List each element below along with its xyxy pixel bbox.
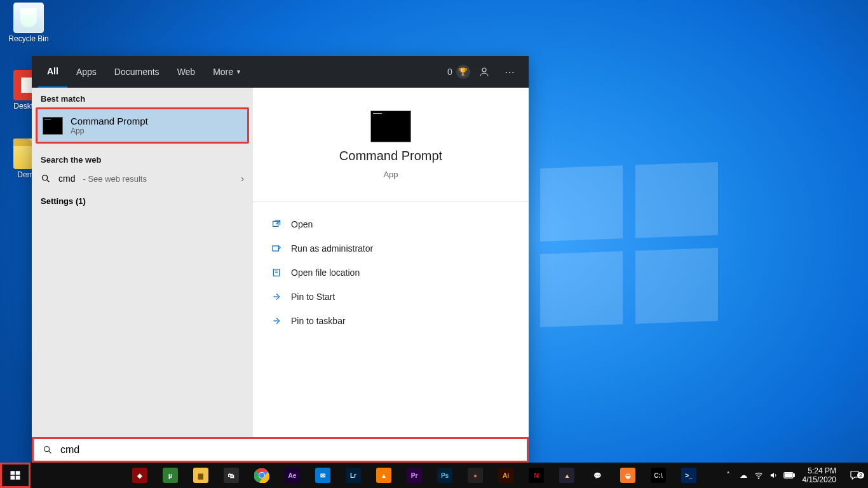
taskbar-chrome[interactable] xyxy=(247,463,277,488)
cmd-icon xyxy=(370,111,411,142)
tray-volume-icon[interactable] xyxy=(767,471,781,480)
best-match-header: Best match xyxy=(32,88,253,106)
svg-rect-20 xyxy=(793,474,794,477)
pin-icon xyxy=(271,315,282,327)
cmd-icon xyxy=(43,117,63,135)
notif-count: 2 xyxy=(857,472,864,478)
clock-time: 5:24 PM xyxy=(803,466,836,475)
chevron-right-icon: › xyxy=(241,173,244,184)
tab-web[interactable]: Web xyxy=(168,56,205,88)
taskbar-premiere[interactable]: Pr xyxy=(399,463,430,488)
svg-point-0 xyxy=(482,68,486,72)
search-icon xyxy=(43,445,53,455)
action-open[interactable]: Open xyxy=(268,214,513,235)
taskbar-netflix[interactable]: N xyxy=(521,463,552,488)
taskbar-cmd[interactable]: C:\ xyxy=(643,463,674,488)
more-options-icon[interactable]: ⋯ xyxy=(497,59,522,85)
search-panel-header: All Apps Documents Web More▼ 0🏆 ⋯ xyxy=(32,56,529,88)
tray-wifi-icon[interactable] xyxy=(752,471,766,480)
taskbar-powershell[interactable]: >_ xyxy=(674,463,704,488)
taskbar-app-flame[interactable]: ▴ xyxy=(552,463,582,488)
taskbar-after-effects[interactable]: Ae xyxy=(277,463,308,488)
tab-apps[interactable]: Apps xyxy=(67,56,105,88)
chevron-down-icon: ▼ xyxy=(236,69,241,75)
best-match-item[interactable]: Command Prompt App xyxy=(36,107,249,144)
svg-rect-21 xyxy=(785,473,792,477)
best-match-subtitle: App xyxy=(71,126,148,135)
taskbar-file-explorer[interactable]: ▆ xyxy=(186,463,216,488)
tab-more[interactable]: More▼ xyxy=(204,56,250,88)
svg-rect-3 xyxy=(273,221,278,226)
search-web-header: Search the web xyxy=(32,149,253,167)
svg-rect-11 xyxy=(16,471,20,475)
action-run-admin[interactable]: Run as administrator xyxy=(268,238,513,259)
web-search-sub: - See web results xyxy=(83,174,146,184)
folder-icon xyxy=(271,267,282,278)
best-match-title: Command Prompt xyxy=(71,116,148,126)
rewards-count-label: 0 xyxy=(447,67,452,77)
desktop-icon-recycle-bin[interactable]: Recycle Bin xyxy=(5,3,52,43)
svg-rect-10 xyxy=(11,471,15,475)
svg-point-8 xyxy=(44,447,50,452)
desktop-icon-label: Recycle Bin xyxy=(8,34,48,43)
taskbar-microsoft-store[interactable]: 🛍 xyxy=(216,463,247,488)
result-preview-pane: Command Prompt App Open Run as administr… xyxy=(253,88,529,463)
taskbar-illustrator[interactable]: Ai xyxy=(491,463,521,488)
web-search-term: cmd xyxy=(58,173,75,184)
taskbar-clock[interactable]: 5:24 PM 4/15/2020 xyxy=(797,466,841,484)
action-open-location[interactable]: Open file location xyxy=(268,262,513,283)
tray-onedrive-icon[interactable]: ☁ xyxy=(736,471,750,480)
taskbar-vlc[interactable]: ▲ xyxy=(369,463,399,488)
svg-point-1 xyxy=(43,175,48,180)
clock-date: 4/15/2020 xyxy=(803,475,836,484)
preview-actions: Open Run as administrator Open file loca… xyxy=(253,202,529,343)
svg-point-17 xyxy=(259,473,264,478)
account-icon[interactable] xyxy=(471,59,497,85)
web-search-item[interactable]: cmd - See web results › xyxy=(32,167,253,190)
tab-more-label: More xyxy=(213,67,233,77)
rewards-count[interactable]: 0🏆 xyxy=(446,59,471,85)
action-label: Open file location xyxy=(291,268,360,278)
taskbar-utorrent[interactable]: µ xyxy=(155,463,186,488)
start-search-panel: All Apps Documents Web More▼ 0🏆 ⋯ Best m… xyxy=(32,56,529,463)
taskbar-app-unknown-red[interactable]: ◆ xyxy=(125,463,155,488)
windows-logo-wallpaper xyxy=(540,162,718,327)
results-list: Best match Command Prompt App Search the… xyxy=(32,88,253,463)
action-pin-taskbar[interactable]: Pin to taskbar xyxy=(268,310,513,332)
tab-documents[interactable]: Documents xyxy=(105,56,168,88)
search-input[interactable] xyxy=(60,444,518,456)
svg-point-18 xyxy=(758,478,759,478)
taskbar-lightroom[interactable]: Lr xyxy=(338,463,369,488)
shield-icon xyxy=(271,243,282,254)
svg-rect-13 xyxy=(16,476,20,480)
system-tray: ˄ ☁ 5:24 PM 4/15/2020 2 xyxy=(721,463,868,488)
preview-title: Command Prompt xyxy=(339,149,442,163)
taskbar-mail[interactable]: ✉ xyxy=(308,463,338,488)
preview-subtitle: App xyxy=(383,170,398,179)
taskbar-blender[interactable]: ◒ xyxy=(613,463,643,488)
taskbar-photoshop[interactable]: Ps xyxy=(430,463,460,488)
start-button[interactable] xyxy=(0,463,31,488)
pin-icon xyxy=(271,291,282,302)
svg-rect-12 xyxy=(11,476,15,480)
svg-line-2 xyxy=(47,180,49,182)
open-icon xyxy=(271,219,282,230)
action-center-icon[interactable]: 2 xyxy=(843,470,867,481)
search-icon xyxy=(41,173,51,184)
action-label: Pin to taskbar xyxy=(291,316,346,326)
taskbar-davinci[interactable]: ● xyxy=(460,463,491,488)
action-pin-start[interactable]: Pin to Start xyxy=(268,286,513,308)
action-label: Pin to Start xyxy=(291,292,335,302)
tray-battery-icon[interactable] xyxy=(782,471,796,479)
tray-chevron-up-icon[interactable]: ˄ xyxy=(721,471,735,480)
search-box[interactable] xyxy=(32,437,529,463)
tab-all[interactable]: All xyxy=(38,56,67,88)
action-label: Open xyxy=(291,219,313,229)
svg-line-9 xyxy=(49,451,51,453)
action-label: Run as administrator xyxy=(291,243,373,254)
svg-rect-4 xyxy=(273,246,278,251)
preview-header: Command Prompt App xyxy=(253,88,529,202)
taskbar-messaging[interactable]: 💬 xyxy=(582,463,613,488)
settings-row[interactable]: Settings (1) xyxy=(32,190,253,212)
trophy-icon: 🏆 xyxy=(456,65,470,79)
